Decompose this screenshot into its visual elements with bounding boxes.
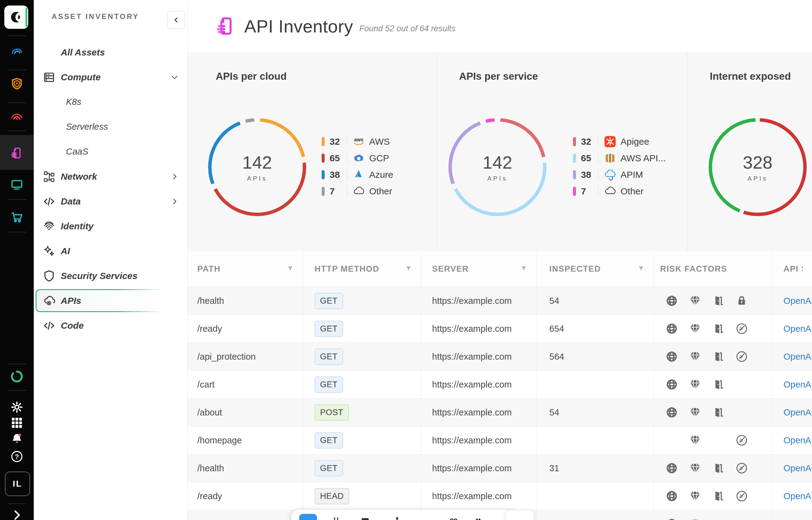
toolbar-icon-3[interactable] <box>392 515 402 520</box>
rail-item-help[interactable]: ? <box>10 450 24 463</box>
shield-outline-icon <box>42 269 56 283</box>
column-header-inspected[interactable]: INSPECTED <box>537 252 654 287</box>
inspected-count: 654 <box>549 324 564 334</box>
sparkles-icon <box>42 244 56 258</box>
rail-item-cloud-visibility[interactable] <box>10 45 24 58</box>
toolbar-icon-4[interactable] <box>448 515 459 520</box>
legend-divider <box>347 186 347 196</box>
legend-divider <box>598 186 598 196</box>
rail-item-profile[interactable]: IL <box>5 472 30 496</box>
legend-label: Other <box>369 186 392 197</box>
rail-divider <box>8 35 26 36</box>
openapi-spec-link[interactable]: OpenAP <box>784 519 812 520</box>
table-row[interactable]: /cartGEThttps://example.comOpenAP <box>187 371 812 398</box>
openapi-spec-link[interactable]: OpenAP <box>784 408 812 418</box>
http-method-badge: GET <box>315 348 343 365</box>
api-path: /api_protection <box>197 519 255 520</box>
sidebar-item-security-services[interactable]: Security Services <box>34 263 187 288</box>
rail-item-expand[interactable] <box>10 508 24 520</box>
table-row[interactable]: /api_protectionGEThttps://example.com564… <box>187 343 812 371</box>
table-row[interactable]: /readyGEThttps://example.com654OpenAP <box>187 315 812 343</box>
rail-item-detection[interactable] <box>10 111 24 124</box>
method-cell: HEAD <box>303 482 421 510</box>
openapi-spec-link[interactable]: OpenAP <box>784 463 812 473</box>
cloud-icon <box>603 185 617 198</box>
globe-risk-icon <box>660 378 683 391</box>
table-row[interactable]: /aboutPOSThttps://example.com54OpenAP <box>187 398 812 426</box>
api-spec-cell: OpenAP <box>772 426 812 454</box>
rail-item-workloads[interactable] <box>10 178 24 191</box>
server-url: https://example.com <box>432 463 512 473</box>
sidebar-item-k8s[interactable]: K8s <box>34 89 187 114</box>
sidebar-item-ai[interactable]: AI <box>34 238 187 263</box>
table-row[interactable]: /readyHEADhttps://example.comOpenAP <box>187 482 812 510</box>
filter-icon[interactable] <box>638 265 644 273</box>
rail-item-api-security[interactable] <box>10 146 24 160</box>
filter-icon[interactable] <box>287 265 294 273</box>
toolbar-icon-1[interactable] <box>331 515 342 520</box>
table-row[interactable]: /homepageGEThttps://example.comOpenAP <box>187 426 812 454</box>
bell-icon <box>10 432 24 445</box>
chart-title: APIs per service <box>459 71 538 82</box>
server-cell: https://example.com <box>421 398 537 426</box>
apim-icon <box>603 168 617 182</box>
sidebar-item-all-assets[interactable]: All Assets <box>34 40 187 65</box>
sidebar-collapse-button[interactable] <box>167 11 185 29</box>
legend-item-aws-api: 65AWS API... <box>573 150 687 166</box>
sidebar-item-caas[interactable]: CaaS <box>34 139 187 164</box>
sidebar-item-identity[interactable]: Identity <box>34 214 187 238</box>
http-method-badge: GET <box>315 321 343 337</box>
sidebar-item-label: CaaS <box>66 147 89 157</box>
rail-item-apps-grid[interactable] <box>10 416 24 430</box>
sidebar-item-serverless[interactable]: Serverless <box>34 114 187 139</box>
orca-logo-button[interactable] <box>4 5 28 29</box>
floating-toolbar[interactable] <box>291 510 517 520</box>
sidebar-item-code[interactable]: Code <box>34 313 187 338</box>
rail-item-shield[interactable] <box>10 77 24 90</box>
legend-color-pill <box>573 154 576 163</box>
globe-risk-icon <box>660 406 683 418</box>
filter-icon[interactable] <box>520 265 527 273</box>
filter-icon[interactable] <box>405 265 412 273</box>
rail-item-orca-ring[interactable] <box>10 370 24 383</box>
openapi-spec-link[interactable]: OpenAP <box>784 380 812 390</box>
rail-item-marketplace[interactable] <box>10 210 24 224</box>
toolbar-icon-5[interactable] <box>473 515 483 520</box>
openapi-spec-link[interactable]: OpenAP <box>784 435 812 445</box>
inspected-cell <box>537 426 654 454</box>
toolbar-icon-2[interactable] <box>360 515 370 520</box>
column-header-label: HTTP METHOD <box>315 264 379 274</box>
rail-item-settings[interactable] <box>10 400 24 414</box>
column-header-server[interactable]: SERVER <box>421 252 537 287</box>
api-spec-cell: OpenAP <box>772 398 812 426</box>
column-header-risk-factors[interactable]: RISK FACTORS <box>654 252 772 287</box>
sidebar-item-data[interactable]: Data <box>34 189 187 214</box>
rail-divider <box>8 131 26 131</box>
sidebar-item-compute[interactable]: Compute <box>34 65 187 89</box>
api-doc-icon <box>10 146 24 160</box>
inspected-count: 31 <box>549 463 559 473</box>
openapi-spec-link[interactable]: OpenAP <box>784 491 812 501</box>
gear-icon <box>10 400 24 414</box>
openapi-spec-link[interactable]: OpenAP <box>784 324 812 334</box>
openapi-spec-link[interactable]: OpenAP <box>784 352 812 362</box>
sidebar-item-apis[interactable]: APIs <box>34 288 187 313</box>
sidebar-item-network[interactable]: Network <box>34 164 187 189</box>
table-row[interactable]: /healthGEThttps://example.com31OpenAP <box>187 454 812 482</box>
openapi-spec-link[interactable]: OpenAP <box>784 296 812 306</box>
floating-toolbar-side-button[interactable] <box>506 510 534 520</box>
rail-item-notifications[interactable] <box>10 432 24 445</box>
api-spec-cell: OpenAP <box>772 510 812 520</box>
table-row[interactable]: /healthGEThttps://example.com54OpenAP <box>187 287 812 315</box>
column-header-api-spe[interactable]: API SPE <box>772 252 812 287</box>
path-cell: /api_protection <box>187 510 303 520</box>
legend-color-pill <box>322 170 325 179</box>
legend-divider <box>598 137 598 147</box>
column-header-path[interactable]: PATH <box>187 252 303 287</box>
toolbar-primary-button[interactable] <box>299 514 317 520</box>
column-header-http-method[interactable]: HTTP METHOD <box>303 252 421 287</box>
chart-panel-apis-per-cloud: APIs per cloud 142 APIs 32awsAWS65GCP38A… <box>187 52 437 252</box>
bug-risk-icon <box>730 322 754 335</box>
risk-factors-cell <box>654 398 772 426</box>
legend-color-pill <box>322 187 325 196</box>
